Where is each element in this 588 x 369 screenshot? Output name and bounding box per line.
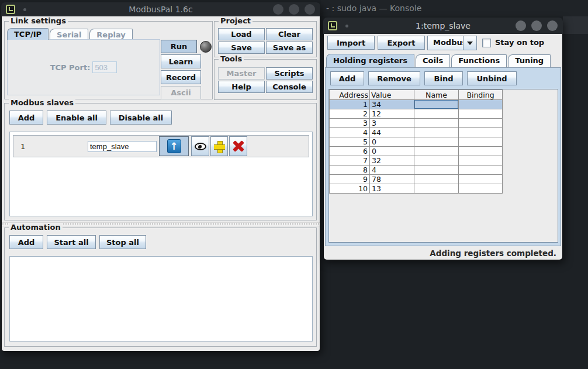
table-row[interactable]: 444 xyxy=(330,128,503,137)
cell-binding[interactable] xyxy=(459,137,503,147)
load-button[interactable]: Load xyxy=(218,28,265,40)
minimize-button[interactable] xyxy=(516,20,526,31)
column-header-binding[interactable]: Binding xyxy=(459,90,503,100)
registers-scrollpane[interactable]: Address Value Name Binding 1342123344450… xyxy=(328,89,558,243)
slave-row[interactable]: 1 ↑ xyxy=(13,135,309,157)
stop-all-button[interactable]: Stop all xyxy=(99,235,146,249)
table-row[interactable]: 732 xyxy=(330,156,503,165)
cell-value[interactable]: 78 xyxy=(370,175,414,184)
tab-functions[interactable]: Functions xyxy=(451,54,507,67)
enable-all-button[interactable]: Enable all xyxy=(47,111,106,125)
tab-tuning[interactable]: Tuning xyxy=(508,54,551,67)
table-row[interactable]: 978 xyxy=(330,175,503,184)
start-all-button[interactable]: Start all xyxy=(47,235,96,249)
cell-name[interactable] xyxy=(414,184,459,194)
tcp-port-field[interactable] xyxy=(92,61,117,73)
cell-address[interactable]: 5 xyxy=(330,137,370,147)
app-menu-icon[interactable] xyxy=(328,21,337,30)
save-as-button[interactable]: Save as xyxy=(266,42,313,54)
chevron-down-icon[interactable] xyxy=(463,36,476,50)
protocol-combobox[interactable]: Modbus xyxy=(427,36,477,50)
table-row[interactable]: 33 xyxy=(330,119,503,128)
cell-address[interactable]: 10 xyxy=(330,184,370,194)
cell-address[interactable]: 8 xyxy=(330,165,370,175)
cell-name[interactable] xyxy=(414,175,459,184)
column-header-address[interactable]: Address xyxy=(330,90,370,100)
cell-binding[interactable] xyxy=(459,100,503,109)
add-functions-button[interactable] xyxy=(210,136,228,156)
cell-address[interactable]: 4 xyxy=(330,128,370,137)
cell-name[interactable] xyxy=(414,100,459,109)
cell-binding[interactable] xyxy=(459,128,503,137)
cell-name[interactable] xyxy=(414,119,459,128)
table-row[interactable]: 212 xyxy=(330,109,503,119)
app-menu-icon[interactable] xyxy=(6,5,15,14)
cell-address[interactable]: 7 xyxy=(330,156,370,165)
close-button[interactable] xyxy=(547,20,558,31)
tab-replay[interactable]: Replay xyxy=(89,29,132,40)
konsole-titlebar[interactable]: - : sudo java — Konsole xyxy=(321,0,588,16)
tab-tcpip[interactable]: TCP/IP xyxy=(7,28,49,40)
column-header-name[interactable]: Name xyxy=(414,90,459,100)
cell-value[interactable]: 44 xyxy=(370,128,414,137)
tab-holding-registers[interactable]: Holding registers xyxy=(326,54,414,67)
minimize-button[interactable] xyxy=(273,4,283,15)
cell-name[interactable] xyxy=(414,147,459,156)
cell-value[interactable]: 0 xyxy=(370,147,414,156)
table-row[interactable]: 60 xyxy=(330,147,503,156)
cell-binding[interactable] xyxy=(459,175,503,184)
cell-binding[interactable] xyxy=(459,156,503,165)
run-toggle-button[interactable]: Run xyxy=(161,40,197,53)
cell-name[interactable] xyxy=(414,128,459,137)
column-header-value[interactable]: Value xyxy=(370,90,414,100)
add-slave-button[interactable]: Add xyxy=(9,111,43,125)
clear-button[interactable]: Clear xyxy=(266,28,313,40)
add-register-button[interactable]: Add xyxy=(330,71,364,85)
cell-address[interactable]: 1 xyxy=(330,100,370,109)
remove-register-button[interactable]: Remove xyxy=(368,71,420,85)
disable-all-button[interactable]: Disable all xyxy=(110,111,172,125)
view-slave-button[interactable] xyxy=(191,136,209,156)
help-button[interactable]: Help xyxy=(218,81,265,93)
console-button[interactable]: Console xyxy=(266,81,313,93)
cell-value[interactable]: 4 xyxy=(370,165,414,175)
cell-value[interactable]: 0 xyxy=(370,137,414,147)
cell-value[interactable]: 3 xyxy=(370,119,414,128)
tab-coils[interactable]: Coils xyxy=(416,54,450,67)
ascii-button[interactable]: Ascii xyxy=(161,86,201,99)
export-button[interactable]: Export xyxy=(378,36,425,50)
maximize-button[interactable] xyxy=(289,4,299,15)
cell-name[interactable] xyxy=(414,156,459,165)
table-row[interactable]: 50 xyxy=(330,137,503,147)
table-row[interactable]: 1013 xyxy=(330,184,503,194)
master-button[interactable]: Master xyxy=(218,67,265,80)
cell-name[interactable] xyxy=(414,165,459,175)
slave-name-field[interactable] xyxy=(88,141,157,152)
maximize-button[interactable] xyxy=(531,20,542,31)
cell-name[interactable] xyxy=(414,137,459,147)
cell-value[interactable]: 34 xyxy=(370,100,414,109)
close-button[interactable] xyxy=(305,4,315,15)
cell-binding[interactable] xyxy=(459,119,503,128)
slave-enabled-toggle[interactable]: ↑ xyxy=(159,136,189,156)
modbuspal-titlebar[interactable]: ModbusPal 1.6c xyxy=(1,2,320,16)
cell-binding[interactable] xyxy=(459,109,503,119)
bind-button[interactable]: Bind xyxy=(424,71,463,85)
cell-address[interactable]: 3 xyxy=(330,119,370,128)
cell-binding[interactable] xyxy=(459,184,503,194)
cell-binding[interactable] xyxy=(459,147,503,156)
cell-value[interactable]: 13 xyxy=(370,184,414,194)
cell-value[interactable]: 32 xyxy=(370,156,414,165)
table-row[interactable]: 84 xyxy=(330,165,503,175)
cell-address[interactable]: 2 xyxy=(330,109,370,119)
add-automation-button[interactable]: Add xyxy=(9,235,43,249)
cell-value[interactable]: 12 xyxy=(370,109,414,119)
cell-address[interactable]: 9 xyxy=(330,175,370,184)
unbind-button[interactable]: Unbind xyxy=(467,71,517,85)
cell-binding[interactable] xyxy=(459,165,503,175)
save-button[interactable]: Save xyxy=(218,42,265,54)
scripts-button[interactable]: Scripts xyxy=(266,67,313,80)
record-button[interactable]: Record xyxy=(161,70,201,84)
temp-slave-titlebar[interactable]: 1:temp_slave xyxy=(323,18,563,34)
delete-slave-button[interactable] xyxy=(229,136,247,156)
